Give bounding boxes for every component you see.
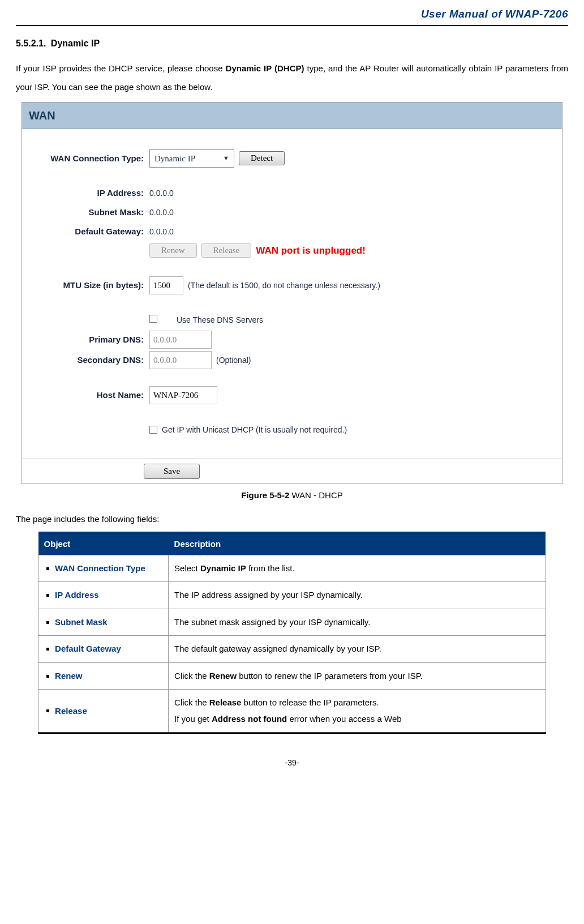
th-description: Description bbox=[169, 532, 546, 555]
obj-desc: The default gateway assigned dynamically… bbox=[169, 636, 546, 663]
section-number: 5.5.2.1. bbox=[16, 38, 46, 48]
primary-dns-input[interactable]: 0.0.0.0 bbox=[149, 331, 212, 349]
chevron-down-icon: ▼ bbox=[223, 153, 229, 164]
obj-name: WAN Connection Type bbox=[55, 563, 145, 573]
fields-intro: The page includes the following fields: bbox=[16, 512, 568, 526]
header-divider bbox=[16, 25, 568, 26]
bullet-icon bbox=[46, 675, 49, 678]
obj-name: IP Address bbox=[55, 590, 99, 600]
obj-desc: The subnet mask assigned by your ISP dyn… bbox=[169, 609, 546, 636]
value-ip: 0.0.0.0 bbox=[149, 187, 551, 199]
wan-panel-title: WAN bbox=[22, 102, 562, 129]
use-dns-label: Use These DNS Servers bbox=[177, 314, 263, 326]
row-host: Host Name: WNAP-7206 bbox=[33, 386, 551, 404]
secondary-dns-note: (Optional) bbox=[216, 354, 251, 366]
label-mtu: MTU Size (in bytes): bbox=[33, 279, 149, 292]
figure-label: Figure 5-5-2 bbox=[241, 490, 289, 500]
mtu-note: (The default is 1500, do not change unle… bbox=[188, 279, 380, 292]
mtu-input[interactable]: 1500 bbox=[149, 276, 183, 294]
host-input[interactable]: WNAP-7206 bbox=[149, 386, 217, 404]
wan-unplugged-warning: WAN port is unplugged! bbox=[256, 243, 366, 258]
table-row: Subnet Mask The subnet mask assigned by … bbox=[38, 609, 546, 636]
row-gateway: Default Gateway: 0.0.0.0 bbox=[33, 223, 551, 240]
row-mask: Subnet Mask: 0.0.0.0 bbox=[33, 204, 551, 221]
use-dns-checkbox[interactable] bbox=[149, 315, 157, 323]
renew-button[interactable]: Renew bbox=[149, 243, 197, 258]
row-dns-use: Use These DNS Servers bbox=[33, 311, 551, 328]
row-unicast: Get IP with Unicast DHCP (It is usually … bbox=[33, 421, 551, 438]
obj-desc: The IP address assigned by your ISP dyna… bbox=[169, 582, 546, 609]
intro-bold: Dynamic IP (DHCP) bbox=[226, 63, 304, 73]
obj-name: Subnet Mask bbox=[55, 617, 108, 627]
obj-name: Renew bbox=[55, 671, 82, 681]
section-heading: 5.5.2.1. Dynamic IP bbox=[16, 36, 568, 51]
unicast-label: Get IP with Unicast DHCP (It is usually … bbox=[162, 424, 347, 436]
intro-paragraph: If your ISP provides the DHCP service, p… bbox=[16, 59, 568, 96]
bullet-icon bbox=[46, 594, 49, 597]
save-button[interactable]: Save bbox=[144, 464, 200, 479]
figure-text: WAN - DHCP bbox=[289, 490, 342, 500]
obj-desc: Select Dynamic IP from the list. bbox=[169, 555, 546, 582]
obj-name: Release bbox=[55, 706, 87, 716]
obj-desc: Click the Renew button to renew the IP p… bbox=[169, 662, 546, 690]
label-gateway: Default Gateway: bbox=[33, 225, 149, 238]
row-secondary-dns: Secondary DNS: 0.0.0.0 (Optional) bbox=[33, 351, 551, 369]
label-conn-type: WAN Connection Type: bbox=[33, 152, 149, 165]
table-row: Renew Click the Renew button to renew th… bbox=[38, 662, 546, 690]
wan-panel-body: WAN Connection Type: Dynamic IP ▼ Detect… bbox=[22, 129, 562, 459]
row-conn-type: WAN Connection Type: Dynamic IP ▼ Detect bbox=[33, 149, 551, 168]
bullet-icon bbox=[46, 648, 49, 651]
label-mask: Subnet Mask: bbox=[33, 206, 149, 219]
bullet-icon bbox=[46, 567, 49, 570]
fields-table: Object Description WAN Connection Type S… bbox=[38, 532, 546, 734]
doc-title: User Manual of WNAP-7206 bbox=[16, 6, 568, 23]
secondary-dns-input[interactable]: 0.0.0.0 bbox=[149, 351, 212, 369]
row-ip: IP Address: 0.0.0.0 bbox=[33, 185, 551, 202]
page-number: -39- bbox=[16, 756, 568, 769]
bullet-icon bbox=[46, 709, 49, 712]
table-row: Release Click the Release button to rele… bbox=[38, 690, 546, 733]
unicast-checkbox[interactable] bbox=[149, 426, 157, 434]
figure-caption: Figure 5-5-2 WAN - DHCP bbox=[16, 489, 568, 502]
detect-button[interactable]: Detect bbox=[239, 151, 285, 165]
value-gateway: 0.0.0.0 bbox=[149, 225, 551, 238]
label-secondary-dns: Secondary DNS: bbox=[33, 353, 149, 367]
bullet-icon bbox=[46, 621, 49, 624]
row-mtu: MTU Size (in bytes): 1500 (The default i… bbox=[33, 276, 551, 294]
obj-desc: Click the Release button to release the … bbox=[169, 690, 546, 733]
intro-pre: If your ISP provides the DHCP service, p… bbox=[16, 63, 226, 73]
row-primary-dns: Primary DNS: 0.0.0.0 bbox=[33, 331, 551, 349]
conn-type-select[interactable]: Dynamic IP ▼ bbox=[149, 149, 234, 168]
conn-type-value: Dynamic IP bbox=[154, 152, 195, 165]
label-host: Host Name: bbox=[33, 388, 149, 402]
wan-footer: Save bbox=[22, 459, 562, 484]
table-row: WAN Connection Type Select Dynamic IP fr… bbox=[38, 555, 546, 582]
release-button[interactable]: Release bbox=[201, 243, 252, 258]
row-renew-release: Renew Release WAN port is unplugged! bbox=[33, 242, 551, 259]
table-row: Default Gateway The default gateway assi… bbox=[38, 636, 546, 663]
label-primary-dns: Primary DNS: bbox=[33, 333, 149, 346]
obj-name: Default Gateway bbox=[55, 644, 121, 653]
wan-panel: WAN WAN Connection Type: Dynamic IP ▼ De… bbox=[22, 102, 562, 484]
th-object: Object bbox=[38, 532, 169, 555]
label-ip: IP Address: bbox=[33, 186, 149, 200]
table-row: IP Address The IP address assigned by yo… bbox=[38, 582, 546, 609]
section-title: Dynamic IP bbox=[51, 38, 100, 48]
value-mask: 0.0.0.0 bbox=[149, 206, 551, 219]
